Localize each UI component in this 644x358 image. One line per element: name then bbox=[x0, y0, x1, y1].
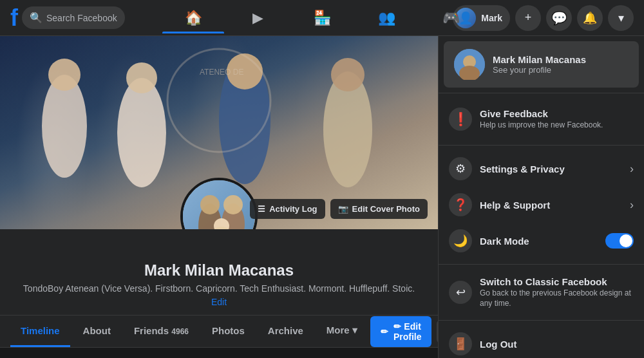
tab-archive[interactable]: Archive bbox=[258, 316, 314, 347]
profile-body: Intro 🏢 Founder and Owner at TechPinas 🎓… bbox=[0, 348, 438, 358]
dropdown-profile-sub: See your profile bbox=[493, 65, 586, 75]
dropdown-logout-item[interactable]: 🚪 Log Out bbox=[439, 326, 644, 358]
feedback-sub: Help us improve the new Facebook. bbox=[480, 120, 634, 131]
cover-overlay-buttons: ☰ Activity Log 📷 Edit Cover Photo bbox=[250, 199, 428, 219]
search-icon: 🔍 bbox=[30, 12, 43, 24]
messenger-icon: 💬 bbox=[551, 10, 567, 26]
edit-cover-icon: 📷 bbox=[338, 204, 348, 214]
settings-title: Settings & Privacy bbox=[480, 164, 622, 174]
dropdown-classic-item[interactable]: ↩ Switch to Classic Facebook Go back to … bbox=[439, 270, 644, 315]
help-icon: ❓ bbox=[449, 193, 472, 216]
divider-4 bbox=[439, 320, 644, 321]
settings-icon: ⚙ bbox=[449, 157, 472, 180]
nav-gaming-button[interactable]: 🎮 bbox=[420, 3, 482, 33]
logout-icon: 🚪 bbox=[449, 332, 472, 355]
divider-3 bbox=[439, 264, 644, 265]
facebook-logo[interactable]: f bbox=[10, 5, 17, 32]
nav-home-button[interactable]: 🏠 bbox=[162, 3, 224, 33]
dropdown-profile-info: Mark Milan Macanas See your profile bbox=[493, 54, 586, 75]
gaming-icon: 🎮 bbox=[442, 10, 460, 26]
dropdown-feedback-item[interactable]: ❗ Give Feedback Help us improve the new … bbox=[439, 101, 644, 137]
nav-groups-button[interactable]: 👥 bbox=[355, 3, 417, 33]
darkmode-icon: 🌙 bbox=[449, 229, 472, 252]
svg-point-4 bbox=[126, 62, 157, 93]
darkmode-title: Dark Mode bbox=[480, 236, 598, 247]
profile-tab-actions: ✏ ✏ Edit Profile 👁 ☰ ••• bbox=[370, 316, 438, 347]
profile-avatar-area: 📷 bbox=[180, 178, 258, 229]
nav-center-items: 🏠 ▶ 🏪 👥 🎮 bbox=[162, 3, 482, 33]
dropdown-settings-item[interactable]: ⚙ Settings & Privacy › bbox=[439, 151, 644, 187]
profile-nav-name: Mark bbox=[481, 13, 502, 23]
dropdown-avatar-svg bbox=[454, 49, 485, 80]
toggle-track[interactable] bbox=[605, 233, 634, 249]
groups-icon: 👥 bbox=[378, 10, 395, 26]
profile-info-section: Mark Milan Macanas TondoBoy Atenean (Vic… bbox=[0, 229, 438, 348]
cover-photo-area: ATENEO DE bbox=[0, 36, 438, 229]
tab-friends[interactable]: Friends 4966 bbox=[124, 316, 199, 347]
divider-1 bbox=[439, 93, 644, 93]
help-title: Help & Support bbox=[480, 200, 622, 211]
nav-left: f 🔍 Search Facebook bbox=[10, 5, 125, 32]
profile-content: ATENEO DE bbox=[0, 36, 438, 358]
account-menu-button[interactable]: ▾ bbox=[608, 5, 634, 31]
svg-point-8 bbox=[331, 58, 365, 91]
profile-tabs: Timeline About Friends 4966 Photos Archi… bbox=[0, 315, 438, 347]
chevron-down-icon: ▾ bbox=[618, 11, 624, 25]
dropdown-panel: Mark Milan Macanas See your profile ❗ Gi… bbox=[438, 36, 644, 358]
activity-log-button[interactable]: ☰ Activity Log bbox=[250, 199, 325, 219]
classic-sub: Go back to the previous Facebook design … bbox=[480, 288, 634, 308]
divider-2 bbox=[439, 145, 644, 146]
tab-more[interactable]: More ▾ bbox=[316, 316, 368, 347]
edit-cover-button[interactable]: 📷 Edit Cover Photo bbox=[330, 199, 428, 219]
darkmode-toggle[interactable] bbox=[605, 233, 634, 249]
classic-icon: ↩ bbox=[449, 281, 472, 304]
edit-icon: ✏ bbox=[381, 326, 388, 337]
tab-timeline[interactable]: Timeline bbox=[10, 316, 70, 347]
dropdown-help-item[interactable]: ❓ Help & Support › bbox=[439, 187, 644, 223]
profile-name: Mark Milan Macanas bbox=[0, 261, 438, 279]
feedback-title: Give Feedback bbox=[480, 108, 634, 119]
home-icon: 🏠 bbox=[185, 10, 202, 26]
main-layout: ATENEO DE bbox=[0, 36, 644, 358]
dropdown-darkmode-item[interactable]: 🌙 Dark Mode bbox=[439, 223, 644, 259]
svg-point-2 bbox=[48, 59, 80, 91]
add-button[interactable]: + bbox=[515, 5, 541, 31]
plus-icon: + bbox=[525, 11, 532, 24]
marketplace-icon: 🏪 bbox=[314, 10, 331, 26]
messenger-button[interactable]: 💬 bbox=[546, 5, 572, 31]
activity-log-icon: ☰ bbox=[258, 204, 265, 214]
profile-bio: TondoBoy Atenean (Vice Versa). Firstborn… bbox=[0, 283, 438, 294]
logout-title: Log Out bbox=[480, 339, 634, 350]
svg-text:ATENEO DE: ATENEO DE bbox=[200, 68, 243, 77]
video-icon: ▶ bbox=[252, 10, 263, 26]
profile-edit-bio-link[interactable]: Edit bbox=[211, 297, 227, 307]
nav-video-button[interactable]: ▶ bbox=[227, 3, 289, 33]
avatar-photo bbox=[183, 180, 255, 229]
tab-photos[interactable]: Photos bbox=[202, 316, 255, 347]
avatar-svg bbox=[183, 178, 255, 229]
nav-marketplace-button[interactable]: 🏪 bbox=[291, 3, 353, 33]
dropdown-profile-avatar bbox=[454, 49, 485, 80]
edit-profile-button[interactable]: ✏ ✏ Edit Profile bbox=[370, 316, 432, 347]
feedback-icon: ❗ bbox=[449, 108, 472, 131]
top-navigation: f 🔍 Search Facebook 🏠 ▶ 🏪 👥 🎮 👤 Mark bbox=[0, 0, 644, 36]
dropdown-profile-name: Mark Milan Macanas bbox=[493, 54, 586, 65]
classic-title: Switch to Classic Facebook bbox=[480, 276, 634, 287]
tab-about[interactable]: About bbox=[73, 316, 121, 347]
search-bar[interactable]: 🔍 Search Facebook bbox=[22, 6, 125, 29]
help-arrow: › bbox=[630, 198, 634, 212]
profile-avatar[interactable] bbox=[180, 178, 258, 229]
dropdown-section-feedback: ❗ Give Feedback Help us improve the new … bbox=[439, 99, 644, 140]
dropdown-profile-item[interactable]: Mark Milan Macanas See your profile bbox=[444, 41, 639, 88]
svg-point-3 bbox=[117, 78, 166, 187]
settings-arrow: › bbox=[630, 162, 634, 176]
svg-point-15 bbox=[223, 195, 243, 214]
search-placeholder: Search Facebook bbox=[46, 13, 117, 23]
notifications-button[interactable]: 🔔 bbox=[577, 5, 603, 31]
svg-point-13 bbox=[200, 195, 220, 214]
bell-icon: 🔔 bbox=[583, 11, 597, 25]
